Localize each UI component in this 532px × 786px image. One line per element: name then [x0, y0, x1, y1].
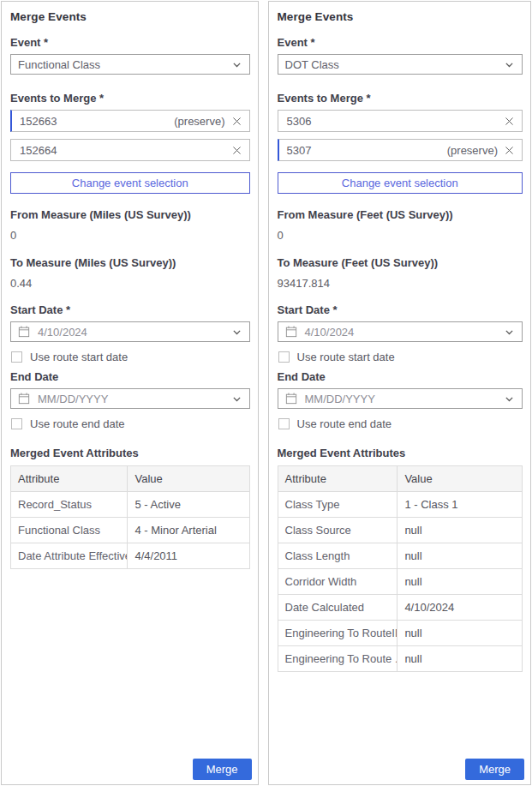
value-cell: null [398, 569, 523, 595]
preserve-badge: (preserve) [174, 115, 224, 128]
to-measure-label: To Measure (Feet (US Survey)) [278, 256, 523, 269]
event-item: 5306 [278, 110, 523, 132]
event-select-value: Functional Class [18, 58, 100, 71]
chevron-down-icon [504, 59, 515, 70]
value-cell: null [398, 543, 523, 569]
events-to-merge-label: Events to Merge * [10, 92, 250, 105]
chevron-down-icon [504, 327, 515, 338]
value-cell: 4/10/2024 [398, 595, 523, 621]
remove-event-button[interactable] [231, 145, 242, 156]
attribute-cell: Corridor Width [278, 569, 398, 595]
use-route-start-date-checkbox[interactable] [11, 351, 22, 363]
chevron-down-icon [231, 59, 242, 70]
value-cell: null [398, 621, 523, 646]
event-id: 5307 [287, 144, 312, 157]
preserve-badge: (preserve) [447, 144, 498, 157]
end-date-label: End Date [278, 370, 523, 383]
attribute-cell: Functional Class [11, 518, 128, 543]
panel-title: Merge Events [10, 10, 250, 23]
to-measure-value: 93417.814 [278, 277, 523, 290]
attribute-cell: Class Source [278, 518, 398, 543]
merge-events-panel-left: Merge Events Event * Functional Class Ev… [1, 1, 259, 785]
use-route-end-date-checkbox[interactable] [278, 418, 290, 429]
merge-button[interactable]: Merge [465, 759, 524, 780]
table-row: Record_Status 5 - Active [11, 492, 250, 518]
attribute-cell: Class Type [278, 492, 398, 518]
event-label: Event * [278, 36, 523, 49]
use-route-start-date-row: Use route start date [278, 351, 523, 363]
end-date-placeholder: MM/DD/YYYY [38, 393, 108, 405]
table-row: Class Length null [278, 543, 523, 569]
close-icon [231, 116, 242, 127]
use-route-end-date-checkbox[interactable] [11, 418, 22, 429]
checkbox-label: Use route start date [30, 351, 128, 363]
start-date-label: Start Date * [10, 303, 250, 316]
remove-event-button[interactable] [231, 116, 242, 127]
merge-events-panels: Merge Events Event * Functional Class Ev… [0, 0, 532, 786]
table-row: Engineering To Route ... null [278, 646, 523, 672]
value-cell: 4 - Minor Arterial [128, 518, 249, 543]
attributes-table: Attribute Value Record_Status 5 - Active… [10, 465, 250, 569]
checkbox-label: Use route start date [297, 351, 395, 363]
close-icon [231, 145, 242, 156]
start-date-input[interactable]: 4/10/2024 [278, 321, 523, 342]
table-header-row: Attribute Value [278, 466, 523, 492]
from-measure-value: 0 [278, 229, 523, 242]
chevron-down-icon [504, 393, 515, 405]
merge-button[interactable]: Merge [193, 759, 252, 780]
start-date-label: Start Date * [278, 303, 523, 316]
event-select[interactable]: Functional Class [10, 54, 250, 75]
attribute-cell: Record_Status [11, 492, 128, 518]
event-id: 5306 [287, 115, 312, 128]
value-cell: 5 - Active [128, 492, 249, 518]
end-date-input[interactable]: MM/DD/YYYY [10, 388, 250, 409]
event-item: 5307 (preserve) [278, 139, 523, 161]
value-cell: 1 - Class 1 [398, 492, 523, 518]
event-label: Event * [10, 36, 250, 49]
remove-event-button[interactable] [504, 145, 515, 156]
remove-event-button[interactable] [504, 116, 515, 127]
end-date-input[interactable]: MM/DD/YYYY [278, 388, 523, 409]
change-event-selection-button[interactable]: Change event selection [10, 172, 250, 194]
change-event-selection-button[interactable]: Change event selection [278, 172, 523, 194]
attribute-header-cell: Attribute [278, 466, 398, 492]
end-date-placeholder: MM/DD/YYYY [305, 393, 375, 405]
event-item: 152663 (preserve) [10, 110, 250, 132]
chevron-down-icon [231, 393, 242, 405]
end-date-label: End Date [10, 370, 250, 383]
attribute-cell: Engineering To RouteID [278, 621, 398, 646]
table-row: Engineering To RouteID null [278, 621, 523, 646]
merge-events-panel-right: Merge Events Event * DOT Class Events to… [268, 1, 532, 785]
value-cell: 4/4/2011 [128, 543, 249, 569]
start-date-input[interactable]: 4/10/2024 [10, 321, 250, 342]
close-icon [504, 116, 515, 127]
event-id: 152664 [20, 144, 57, 157]
event-select[interactable]: DOT Class [278, 54, 523, 75]
attribute-cell: Date Calculated [278, 595, 398, 621]
from-measure-label: From Measure (Miles (US Survey)) [10, 208, 250, 221]
event-select-value: DOT Class [285, 58, 339, 71]
table-row: Corridor Width null [278, 569, 523, 595]
to-measure-value: 0.44 [10, 277, 250, 290]
value-cell: null [398, 646, 523, 672]
use-route-start-date-checkbox[interactable] [278, 351, 290, 363]
table-row: Date Attribute Effective 4/4/2011 [11, 543, 250, 569]
value-header-cell: Value [128, 466, 249, 492]
start-date-value: 4/10/2024 [305, 326, 355, 339]
table-row: Class Source null [278, 518, 523, 543]
checkbox-label: Use route end date [30, 417, 125, 430]
use-route-end-date-row: Use route end date [278, 417, 523, 430]
attribute-header-cell: Attribute [11, 466, 128, 492]
use-route-start-date-row: Use route start date [11, 351, 250, 363]
calendar-icon [285, 393, 297, 405]
attribute-cell: Engineering To Route ... [278, 646, 398, 672]
merged-event-attributes-title: Merged Event Attributes [278, 447, 523, 459]
table-header-row: Attribute Value [11, 466, 250, 492]
to-measure-label: To Measure (Miles (US Survey)) [10, 256, 250, 269]
table-row: Class Type 1 - Class 1 [278, 492, 523, 518]
table-row: Date Calculated 4/10/2024 [278, 595, 523, 621]
event-item: 152664 [10, 139, 250, 161]
table-row: Functional Class 4 - Minor Arterial [11, 518, 250, 543]
close-icon [504, 145, 515, 156]
chevron-down-icon [231, 327, 242, 338]
